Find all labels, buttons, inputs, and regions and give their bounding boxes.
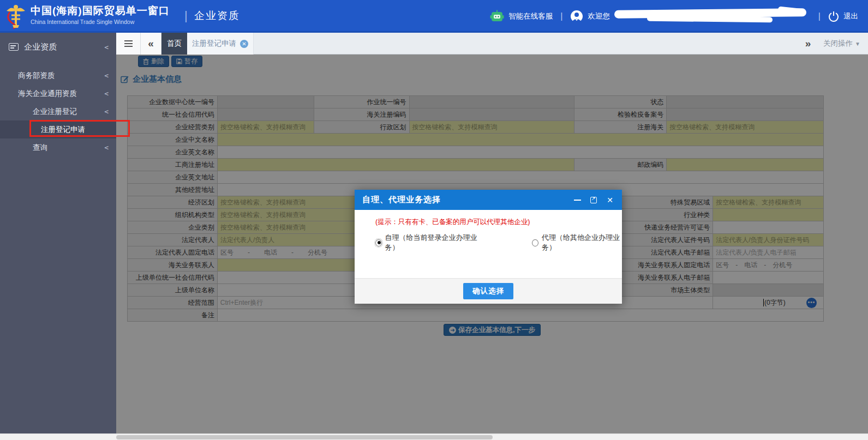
radio-self-option[interactable]: 自理（给当前登录企业办理业务） — [375, 233, 477, 252]
welcome-label: 欢迎您 — [588, 11, 610, 21]
app-title: 企业资质 — [194, 9, 240, 23]
user-account[interactable]: 欢迎您 — [570, 7, 811, 26]
power-icon — [828, 11, 839, 22]
online-service-link[interactable]: 智能在线客服 — [490, 9, 553, 23]
customs-emblem-logo — [4, 3, 27, 29]
modal-body: (提示：只有有卡、已备案的用户可以代理其他企业) 自理（给当前登录企业办理业务）… — [355, 210, 622, 278]
radio-selected-icon[interactable] — [375, 239, 382, 246]
tab-registration-application[interactable]: 注册登记申请 ✕ — [187, 33, 254, 55]
sidebar-item-customs-general[interactable]: 海关企业通用资质 < — [0, 85, 116, 103]
card-icon — [9, 43, 19, 51]
sidebar-item-query[interactable]: 查询 < — [0, 138, 116, 156]
confirm-selection-button[interactable]: 确认选择 — [463, 283, 513, 299]
sidebar-header[interactable]: 企业资质 < — [0, 33, 116, 61]
chevron-down-icon: ▼ — [855, 41, 860, 47]
radio-agent-option[interactable]: 代理（给其他企业办理业务） — [532, 233, 622, 252]
site-title: 中国(海南)国际贸易单一窗口 — [31, 4, 170, 17]
redacted-username — [614, 7, 811, 26]
site-subtitle: China International Trade Single Window — [31, 19, 170, 25]
horizontal-scrollbar[interactable] — [0, 433, 868, 440]
close-icon[interactable]: ✕ — [606, 196, 614, 204]
tab-close-icon[interactable]: ✕ — [240, 40, 248, 48]
minimize-icon[interactable] — [573, 196, 582, 204]
online-service-label: 智能在线客服 — [508, 11, 553, 21]
sidebar-item-mofcom[interactable]: 商务部资质 < — [0, 67, 116, 85]
modal-header: 自理、代理业务选择 ✕ — [355, 190, 622, 210]
tab-home[interactable]: 首页 — [161, 33, 187, 55]
sidebar-item-enterprise-registration[interactable]: 企业注册登记 < — [0, 103, 116, 120]
annotation-highlight-box — [29, 120, 130, 137]
menu-toggle-button[interactable] — [116, 33, 141, 55]
header-divider: | — [184, 9, 188, 23]
tabs-scroll-right-button[interactable]: » — [797, 33, 819, 55]
radio-unselected-icon[interactable] — [532, 239, 538, 246]
modal-footer: 确认选择 — [355, 278, 622, 304]
close-operations-dropdown[interactable]: 关闭操作 ▼ — [820, 33, 864, 55]
business-type-modal: 自理、代理业务选择 ✕ (提示：只有有卡、已备案的用户可以代理其他企业) 自理（… — [355, 190, 622, 304]
maximize-icon[interactable] — [589, 196, 598, 204]
scrollbar-thumb[interactable] — [116, 435, 493, 439]
modal-title: 自理、代理业务选择 — [362, 195, 573, 205]
logout-button[interactable]: 退出 — [828, 11, 858, 22]
robot-icon — [490, 9, 504, 23]
hamburger-icon — [124, 40, 133, 47]
chevron-left-icon: < — [104, 43, 109, 51]
top-header: 中国(海南)国际贸易单一窗口 China International Trade… — [0, 0, 868, 33]
modal-hint-text: (提示：只有有卡、已备案的用户可以代理其他企业) — [375, 218, 530, 227]
tab-bar: « 首页 注册登记申请 ✕ » 关闭操作 ▼ — [116, 33, 868, 55]
user-icon — [570, 10, 583, 23]
logout-label: 退出 — [843, 11, 858, 21]
sidebar: 企业资质 < 商务部资质 < 海关企业通用资质 < 企业注册登记 < 注册登记申… — [0, 33, 116, 433]
tabs-scroll-left-button[interactable]: « — [141, 33, 161, 55]
